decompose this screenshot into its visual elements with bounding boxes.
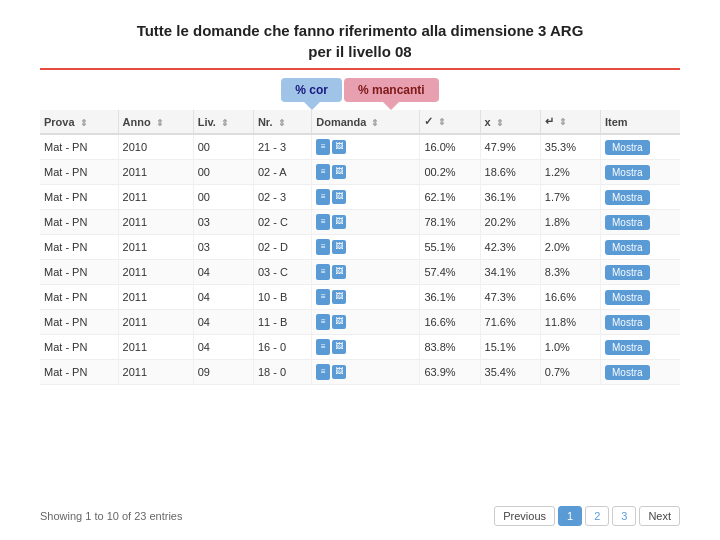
cell-x: 20.2% [480,210,540,235]
cell-check: 36.1% [420,285,480,310]
img-icon: 🖼 [332,365,346,379]
cell-item: Mostra [600,360,680,385]
mostra-button[interactable]: Mostra [605,265,650,280]
cell-domanda: ≡ 🖼 [312,360,420,385]
cell-check: 83.8% [420,335,480,360]
next-button[interactable]: Next [639,506,680,526]
mostra-button[interactable]: Mostra [605,365,650,380]
sort-check[interactable]: ⇕ [438,117,446,127]
mostra-button[interactable]: Mostra [605,290,650,305]
mostra-button[interactable]: Mostra [605,165,650,180]
cell-blank: 1.7% [540,185,600,210]
cell-blank: 0.7% [540,360,600,385]
mostra-button[interactable]: Mostra [605,340,650,355]
tooltip-correct[interactable]: % cor [281,78,342,102]
cell-prova: Mat - PN [40,210,118,235]
img-icon: 🖼 [332,165,346,179]
sort-domanda[interactable]: ⇕ [371,118,379,128]
cell-x: 34.1% [480,260,540,285]
sort-anno[interactable]: ⇕ [156,118,164,128]
cell-prova: Mat - PN [40,134,118,160]
page-3-button[interactable]: 3 [612,506,636,526]
col-liv: Liv. ⇕ [193,110,253,134]
cell-nr: 02 - C [253,210,311,235]
table-container: Prova ⇕ Anno ⇕ Liv. ⇕ Nr. ⇕ Domanda ⇕ ✓ … [40,110,680,498]
doc-icon: ≡ [316,164,330,180]
cell-nr: 10 - B [253,285,311,310]
cell-prova: Mat - PN [40,335,118,360]
table-row: Mat - PN 2011 04 11 - B ≡ 🖼 16.6% 71.6% … [40,310,680,335]
table-row: Mat - PN 2010 00 21 - 3 ≡ 🖼 16.0% 47.9% … [40,134,680,160]
cell-prova: Mat - PN [40,160,118,185]
doc-icon: ≡ [316,289,330,305]
showing-text: Showing 1 to 10 of 23 entries [40,510,182,522]
cell-prova: Mat - PN [40,310,118,335]
domanda-icons: ≡ 🖼 [316,239,415,255]
doc-icon: ≡ [316,239,330,255]
doc-icon: ≡ [316,264,330,280]
col-x: x ⇕ [480,110,540,134]
cell-blank: 1.8% [540,210,600,235]
cell-item: Mostra [600,235,680,260]
cell-nr: 02 - A [253,160,311,185]
cell-anno: 2011 [118,285,193,310]
cell-check: 16.6% [420,310,480,335]
img-icon: 🖼 [332,290,346,304]
cell-x: 35.4% [480,360,540,385]
sort-liv[interactable]: ⇕ [221,118,229,128]
cell-liv: 04 [193,310,253,335]
mostra-button[interactable]: Mostra [605,190,650,205]
page-title: Tutte le domande che fanno riferimento a… [40,20,680,62]
data-table: Prova ⇕ Anno ⇕ Liv. ⇕ Nr. ⇕ Domanda ⇕ ✓ … [40,110,680,385]
cell-anno: 2011 [118,160,193,185]
img-icon: 🖼 [332,240,346,254]
img-icon: 🖼 [332,315,346,329]
col-blank: ↵ ⇕ [540,110,600,134]
cell-liv: 09 [193,360,253,385]
cell-liv: 04 [193,335,253,360]
cell-blank: 16.6% [540,285,600,310]
cell-liv: 00 [193,160,253,185]
page-2-button[interactable]: 2 [585,506,609,526]
domanda-icons: ≡ 🖼 [316,264,415,280]
table-row: Mat - PN 2011 04 03 - C ≡ 🖼 57.4% 34.1% … [40,260,680,285]
mostra-button[interactable]: Mostra [605,140,650,155]
doc-icon: ≡ [316,364,330,380]
cell-domanda: ≡ 🖼 [312,310,420,335]
prev-button[interactable]: Previous [494,506,555,526]
sort-nr[interactable]: ⇕ [278,118,286,128]
cell-anno: 2011 [118,235,193,260]
cell-item: Mostra [600,285,680,310]
table-row: Mat - PN 2011 00 02 - 3 ≡ 🖼 62.1% 36.1% … [40,185,680,210]
sort-prova[interactable]: ⇕ [80,118,88,128]
cell-anno: 2010 [118,134,193,160]
tooltip-missing[interactable]: % mancanti [344,78,439,102]
domanda-icons: ≡ 🖼 [316,339,415,355]
doc-icon: ≡ [316,314,330,330]
mostra-button[interactable]: Mostra [605,315,650,330]
cell-item: Mostra [600,160,680,185]
img-icon: 🖼 [332,265,346,279]
cell-anno: 2011 [118,210,193,235]
page-1-button[interactable]: 1 [558,506,582,526]
cell-liv: 03 [193,210,253,235]
cell-nr: 16 - 0 [253,335,311,360]
sort-x[interactable]: ⇕ [496,118,504,128]
cell-x: 42.3% [480,235,540,260]
mostra-button[interactable]: Mostra [605,215,650,230]
cell-blank: 1.2% [540,160,600,185]
cell-x: 71.6% [480,310,540,335]
cell-blank: 2.0% [540,235,600,260]
domanda-icons: ≡ 🖼 [316,314,415,330]
domanda-icons: ≡ 🖼 [316,289,415,305]
img-icon: 🖼 [332,215,346,229]
col-item: Item [600,110,680,134]
col-check: ✓ ⇕ [420,110,480,134]
mostra-button[interactable]: Mostra [605,240,650,255]
pagination: Previous 1 2 3 Next [494,506,680,526]
missing-label: % mancanti [358,83,425,97]
cell-anno: 2011 [118,335,193,360]
cell-liv: 04 [193,285,253,310]
cell-liv: 03 [193,235,253,260]
sort-blank[interactable]: ⇕ [559,117,567,127]
